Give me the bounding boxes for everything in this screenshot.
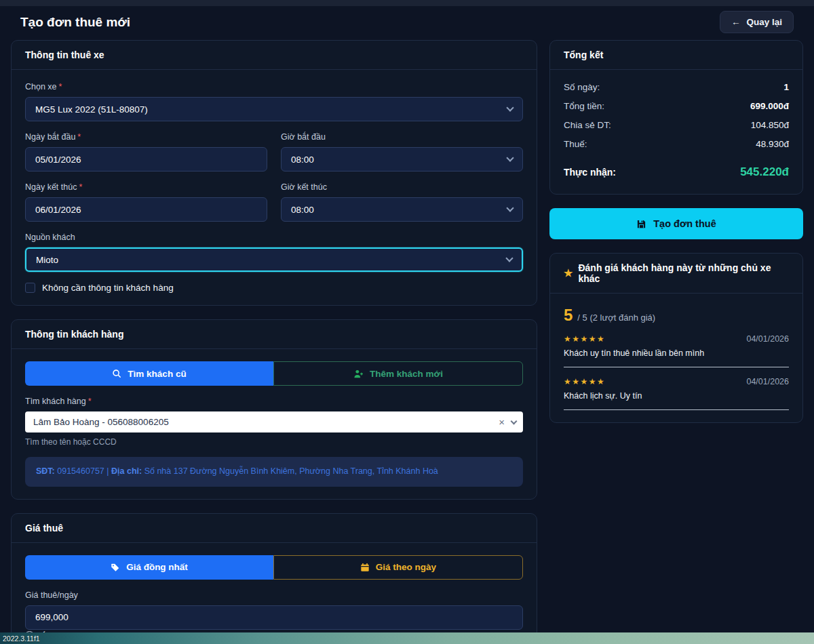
required-mark: * (77, 132, 81, 142)
customer-info-title: Thông tin khách hàng (12, 320, 537, 349)
summary-row-tax: Thuế: 48.930đ (564, 139, 789, 149)
tab-daily-label: Giá theo ngày (376, 562, 436, 572)
start-time-label: Giờ bắt đầu (281, 132, 523, 142)
tab-search-customer[interactable]: Tìm khách cũ (25, 361, 273, 386)
version-label: 2022.3.11f1 (3, 635, 40, 643)
reviews-header: ★ Đánh giá khách hàng này từ những chủ x… (550, 254, 802, 294)
summary-title: Tổng kết (550, 41, 802, 70)
rental-info-title: Thông tin thuê xe (12, 41, 537, 70)
back-button-label: Quay lại (746, 17, 782, 27)
customer-info-card: Thông tin khách hàng Tìm khách cũ (11, 319, 537, 500)
page-title: Tạo đơn thuê mới (20, 15, 130, 30)
separator: | (106, 466, 109, 476)
review-date: 04/01/2026 (746, 334, 789, 344)
review-item: ★★★★★ 04/01/2026 Khách uy tín thuê nhiều… (564, 334, 789, 367)
review-date: 04/01/2026 (746, 377, 789, 386)
summary-row-days: Số ngày: 1 (564, 82, 789, 92)
customer-details-bar: SĐT: 0915460757 | Địa chỉ: Số nhà 137 Đư… (25, 457, 523, 487)
end-time-label: Giờ kết thúc (281, 182, 523, 192)
end-date-label: Ngày kết thúc* (25, 182, 267, 192)
summary-net-row: Thực nhận: 545.220đ (564, 165, 789, 179)
page-header: Tạo đơn thuê mới ← Quay lại (11, 6, 803, 40)
summary-row-total: Tổng tiền: 699.000đ (564, 101, 789, 111)
end-date-input[interactable] (25, 197, 267, 222)
source-label: Nguồn khách (25, 233, 523, 242)
no-customer-checkbox[interactable] (25, 283, 35, 293)
tab-daily-price[interactable]: Giá theo ngày (273, 555, 523, 580)
address-label: Địa chỉ: (111, 466, 142, 476)
net-amount: 545.220đ (740, 165, 789, 179)
end-time-select[interactable]: 08:00 (281, 197, 523, 222)
tab-add-customer[interactable]: Thêm khách mới (273, 361, 523, 386)
calendar-icon (360, 563, 370, 572)
summary-card: Tổng kết Số ngày: 1 Tổng tiền: 699.000đ … (549, 40, 803, 195)
vehicle-select[interactable]: MG5 Lux 2022 (51L-80807) (25, 97, 523, 121)
required-mark: * (79, 182, 82, 192)
reviews-title: Đánh giá khách hàng này từ những chủ xe … (578, 262, 789, 284)
rental-info-card: Thông tin thuê xe Chọn xe* MG5 Lux 2022 … (11, 40, 537, 306)
start-time-select[interactable]: 08:00 (281, 147, 523, 172)
page: Tạo đơn thuê mới ← Quay lại Thông tin th… (0, 6, 814, 643)
review-stars: ★★★★★ (564, 334, 605, 344)
rating-value: 5 (564, 306, 573, 325)
tag-icon (111, 563, 120, 572)
rating-suffix: / 5 (2 lượt đánh giá) (577, 313, 655, 323)
create-order-label: Tạo đơn thuê (653, 218, 716, 229)
back-button[interactable]: ← Quay lại (720, 11, 794, 33)
review-text: Khách uy tín thuê nhiều lần bên mình (564, 348, 789, 358)
customer-search-helper: Tìm theo tên hoặc CCCD (25, 437, 523, 447)
customer-search-label: Tìm khách hàng* (25, 397, 523, 406)
search-icon (112, 369, 121, 378)
source-select-value: Mioto (36, 255, 58, 265)
start-date-input[interactable] (25, 147, 267, 172)
summary-row-share: Chia sẻ DT: 104.850đ (564, 120, 789, 130)
tab-add-label: Thêm khách mới (370, 369, 443, 379)
rating-score: 5 / 5 (2 lượt đánh giá) (564, 306, 789, 325)
source-select[interactable]: Mioto (25, 247, 523, 272)
price-per-day-label: Giá thuê/ngày (25, 590, 523, 600)
tab-flat-price[interactable]: Giá đồng nhất (25, 555, 273, 580)
review-text: Khách lịch sự. Uy tín (564, 391, 789, 401)
tab-flat-label: Giá đồng nhất (126, 562, 188, 572)
address-value: Số nhà 137 Đường Nguyễn Bình Khiêm, Phườ… (144, 466, 438, 476)
review-item: ★★★★★ 04/01/2026 Khách lịch sự. Uy tín (564, 377, 789, 410)
required-mark: * (88, 397, 92, 406)
user-plus-icon (353, 369, 364, 379)
chevron-down-icon (511, 418, 518, 424)
clear-icon[interactable]: × (499, 417, 505, 427)
phone-label: SĐT: (36, 466, 55, 476)
vehicle-select-value: MG5 Lux 2022 (51L-80807) (35, 104, 148, 115)
customer-search-select[interactable]: Lâm Bảo Hoàng - 056088006205 × (25, 411, 523, 432)
back-arrow-icon: ← (731, 17, 741, 27)
vehicle-label: Chọn xe* (25, 82, 523, 92)
start-time-value: 08:00 (291, 155, 314, 165)
price-per-day-input[interactable] (25, 605, 523, 630)
no-customer-label: Không cần thông tin khách hàng (42, 283, 174, 293)
create-order-button[interactable]: Tạo đơn thuê (549, 208, 803, 239)
divider (564, 409, 789, 410)
tab-search-label: Tìm khách cũ (128, 369, 186, 379)
chevron-down-icon (506, 104, 513, 111)
reviews-card: ★ Đánh giá khách hàng này từ những chủ x… (549, 253, 803, 423)
window-top-strip (0, 0, 814, 6)
divider (564, 367, 789, 367)
chevron-down-icon (506, 154, 513, 161)
review-stars: ★★★★★ (564, 377, 605, 386)
pricing-card: Giá thuê Giá đồng nhất (11, 513, 537, 643)
chevron-down-icon (506, 204, 513, 212)
required-mark: * (59, 82, 62, 92)
pricing-title: Giá thuê (12, 514, 537, 543)
customer-search-value: Lâm Bảo Hoàng - 056088006205 (33, 417, 169, 427)
end-time-value: 08:00 (291, 205, 314, 215)
chevron-down-icon (505, 254, 513, 262)
phone-value: 0915460757 (57, 466, 104, 476)
save-icon (636, 219, 646, 229)
star-icon: ★ (564, 267, 573, 279)
start-date-label: Ngày bắt đầu* (25, 132, 267, 142)
watermark-strip (0, 632, 814, 644)
